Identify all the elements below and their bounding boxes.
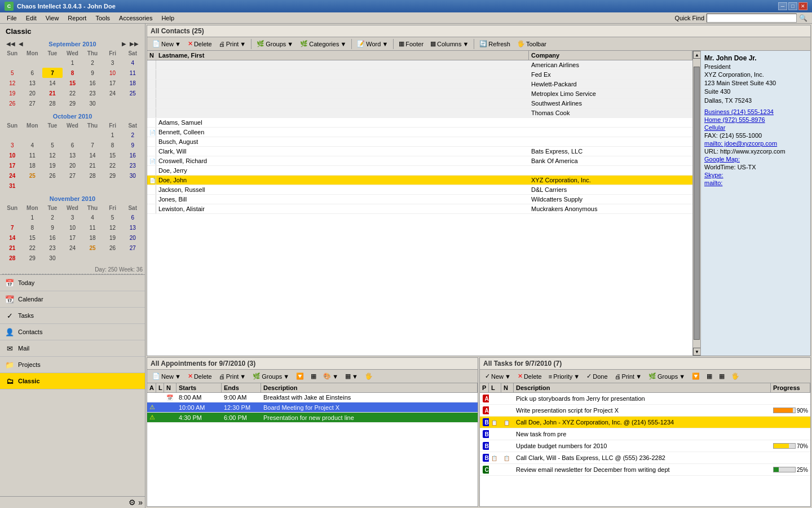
task-row[interactable]: A Write presentation script for Project … <box>480 405 810 417</box>
cal-day[interactable] <box>122 98 143 108</box>
cal-day[interactable]: 10 <box>63 222 83 233</box>
cal-day[interactable]: 18 <box>82 233 103 243</box>
contact-group-row[interactable]: Metroplex Limo Service <box>147 89 692 99</box>
apt-col-starts[interactable]: Starts <box>176 383 222 392</box>
apt-new-button[interactable]: 📄 New ▼ <box>149 371 184 382</box>
task-new-button[interactable]: ✓ New ▼ <box>482 371 514 382</box>
cal-day[interactable]: 12 <box>2 78 23 88</box>
nav-classic[interactable]: 🗂 Classic <box>0 373 145 389</box>
apt-groups-button[interactable]: 🌿 Groups ▼ <box>250 371 292 382</box>
task-row[interactable]: A Pick up storyboards from Jerry for pre… <box>480 393 810 405</box>
contact-row[interactable]: 📄 Bennett, Colleen <box>147 128 692 137</box>
apt-row[interactable]: ⚠ 10:00 AM 12:30 PM Board Meeting for Pr… <box>147 402 478 413</box>
contact-row[interactable]: Jones, Bill Wildcatters Supply <box>147 195 692 204</box>
apt-col-desc[interactable]: Description <box>261 383 478 392</box>
cal-day[interactable]: 29 <box>63 98 83 108</box>
apt-view-button[interactable]: ▦ <box>308 371 319 382</box>
minimize-button[interactable]: ─ <box>778 2 787 10</box>
contacts-new-button[interactable]: 📄 New ▼ <box>149 38 184 49</box>
task-row[interactable]: B Update budget numbers for 2010 70% <box>480 440 810 452</box>
contacts-categories-button[interactable]: 🌿 Categories ▼ <box>297 38 349 49</box>
cal-day[interactable] <box>63 130 83 140</box>
task-row[interactable]: B 📋 📋 Call Clark, Will - Bats Express, L… <box>480 452 810 464</box>
contacts-print-button[interactable]: 🖨 Print ▼ <box>216 39 249 49</box>
cal-day[interactable]: 21 <box>42 88 63 98</box>
cal-next-btn[interactable]: ▶▶ <box>128 40 140 47</box>
cal-day[interactable]: 23 <box>122 160 143 170</box>
detail-google-map[interactable]: Google Map: <box>704 156 807 163</box>
cal-day[interactable]: 14 <box>42 78 63 88</box>
cal-day[interactable]: 4 <box>23 140 43 150</box>
cal-day[interactable] <box>23 130 43 140</box>
cal-day[interactable]: 6 <box>122 212 143 222</box>
menu-file[interactable]: File <box>2 14 21 23</box>
cal-day[interactable] <box>42 130 63 140</box>
task-col-progress[interactable]: Progress <box>771 383 810 392</box>
cal-day[interactable]: 24 <box>103 88 123 98</box>
maximize-button[interactable]: □ <box>788 2 797 10</box>
nav-tasks[interactable]: ✓ Tasks <box>0 308 145 324</box>
apt-delete-button[interactable]: ✕ Delete <box>185 371 215 382</box>
cal-day[interactable]: 19 <box>103 233 123 243</box>
cal-day[interactable]: 13 <box>23 78 43 88</box>
cal-day[interactable]: 21 <box>2 243 23 253</box>
cal-day[interactable] <box>82 253 103 263</box>
cal-day[interactable]: 17 <box>103 78 123 88</box>
cal-day[interactable]: 20 <box>122 233 143 243</box>
apt-col-button[interactable]: ▦ ▼ <box>342 371 361 382</box>
cal-day[interactable]: 11 <box>122 68 143 78</box>
cal-day[interactable]: 5 <box>42 140 63 150</box>
cal-day[interactable]: 28 <box>82 170 103 181</box>
cal-day[interactable]: 26 <box>42 170 63 181</box>
cal-day[interactable] <box>63 181 83 191</box>
cal-day[interactable]: 19 <box>42 160 63 170</box>
menu-edit[interactable]: Edit <box>21 14 41 23</box>
cal-day[interactable]: 28 <box>2 253 23 263</box>
nav-mail[interactable]: ✉ Mail <box>0 340 145 357</box>
col-header-n[interactable]: N <box>147 51 156 60</box>
contact-row-selected[interactable]: 📄 Doe, John XYZ Corporation, Inc. <box>147 176 692 185</box>
cal-next-month-btn[interactable]: ▶ <box>120 40 128 47</box>
cal-day[interactable]: 1 <box>103 130 123 140</box>
task-delete-button[interactable]: ✕ Delete <box>515 371 545 382</box>
cal-day[interactable]: 16 <box>42 233 63 243</box>
cal-day[interactable]: 2 <box>42 212 63 222</box>
cal-day[interactable]: 24 <box>2 170 23 181</box>
contact-row[interactable]: Lewiston, Alistair Muckrakers Anonymous <box>147 204 692 214</box>
nav-contacts[interactable]: 👤 Contacts <box>0 324 145 340</box>
apt-row[interactable]: 📅 8:00 AM 9:00 AM Breakfast with Jake at… <box>147 393 478 402</box>
cal-day[interactable]: 13 <box>63 150 83 160</box>
cal-day[interactable] <box>122 253 143 263</box>
detail-skype[interactable]: Skype: <box>704 172 807 178</box>
cal-day[interactable]: 7 <box>42 68 63 78</box>
cal-day[interactable]: 27 <box>23 98 43 108</box>
contact-row[interactable]: 📄 Croswell, Richard Bank Of America <box>147 156 692 166</box>
task-groups-button[interactable]: 🌿 Groups ▼ <box>646 371 688 382</box>
task-filter-button[interactable]: 🔽 <box>689 371 703 382</box>
cal-day[interactable] <box>103 181 123 191</box>
cal-day[interactable]: 6 <box>23 68 43 78</box>
expand-icon[interactable]: » <box>138 498 143 507</box>
cal-day[interactable] <box>82 181 103 191</box>
cal-day[interactable]: 15 <box>63 78 83 88</box>
cal-day[interactable]: 17 <box>2 160 23 170</box>
menu-tools[interactable]: Tools <box>91 14 114 23</box>
cal-prev-btn[interactable]: ◀◀ <box>5 40 17 47</box>
cal-day[interactable]: 24 <box>63 243 83 253</box>
cal-day[interactable]: 18 <box>122 78 143 88</box>
col-header-company[interactable]: Company <box>529 51 692 60</box>
contact-list-scrollbar[interactable]: ▲ ▼ <box>692 51 700 356</box>
cal-day[interactable]: 29 <box>23 253 43 263</box>
cal-day[interactable]: 17 <box>63 233 83 243</box>
cal-day[interactable]: 8 <box>103 140 123 150</box>
detail-email[interactable]: mailto: jdoe@xyzcorp.com <box>704 140 807 147</box>
cal-day[interactable]: 25 <box>122 88 143 98</box>
task-col-l[interactable]: L <box>489 383 501 392</box>
apt-col-a[interactable]: A <box>147 383 156 392</box>
contact-row[interactable]: Jackson, Russell D&L Carriers <box>147 185 692 195</box>
menu-help[interactable]: Help <box>157 14 179 23</box>
contact-group-row[interactable]: Hewlett-Packard <box>147 80 692 89</box>
apt-more-button[interactable]: 🖐 <box>362 371 376 382</box>
cal-day[interactable]: 5 <box>103 212 123 222</box>
scrollbar-down-arrow[interactable]: ▼ <box>693 348 701 356</box>
